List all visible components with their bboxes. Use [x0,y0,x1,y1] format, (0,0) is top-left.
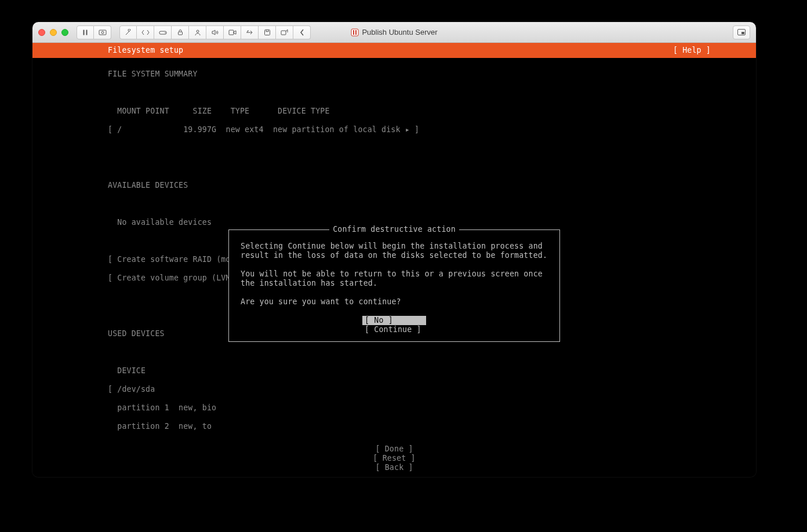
continue-button[interactable]: [ Continue ] [362,325,426,334]
table-row[interactable]: [ / 19.997G new ext4 new partition of lo… [108,125,756,134]
window-controls [38,29,68,36]
svg-rect-9 [264,30,270,35]
help-button[interactable]: [ Help ] [673,46,711,55]
disk-icon[interactable] [154,25,172,39]
svg-point-3 [101,31,104,34]
close-icon[interactable] [38,29,45,36]
pip-icon[interactable] [733,25,750,39]
done-button[interactable]: [ Done ] [32,444,756,454]
svg-rect-13 [353,30,354,35]
parallels-icon [351,28,359,37]
video-icon[interactable] [224,25,241,39]
section-heading: AVAILABLE DEVICES [108,181,756,190]
window-title-text: Publish Ubuntu Server [362,28,437,37]
svg-rect-1 [86,30,88,35]
svg-rect-10 [266,30,268,31]
dialog-para2: You will not be able to return to this o… [241,269,547,287]
svg-rect-6 [178,32,182,35]
reset-button[interactable]: [ Reset ] [32,454,756,463]
usb-icon[interactable] [241,25,259,39]
wrench-icon[interactable] [119,25,137,39]
svg-rect-12 [351,29,358,36]
device-row[interactable]: [ /dev/sda [108,385,756,394]
svg-rect-8 [229,30,234,35]
svg-rect-16 [741,32,744,34]
footer-buttons: [ Done ] [ Reset ] [ Back ] [32,444,756,472]
partition-row: partition 2 new, to [108,422,756,431]
save-icon[interactable] [259,25,276,39]
pause-button[interactable] [77,25,94,39]
sound-icon[interactable] [206,25,224,39]
dialog-para3: Are you sure you want to continue? [241,297,401,306]
zoom-icon[interactable] [61,29,68,36]
lock-icon[interactable] [172,25,189,39]
terminal: Filesystem setup [ Help ] FILE SYSTEM SU… [32,43,756,477]
app-window: Publish Ubuntu Server Filesystem setup [… [32,22,756,477]
dialog-para1: Selecting Continue below will begin the … [241,242,547,260]
table-header: DEVICE [108,366,756,376]
minimize-icon[interactable] [50,29,57,36]
svg-rect-14 [355,30,357,35]
table-header: MOUNT POINT SIZE TYPE DEVICE TYPE [108,107,756,116]
dialog-body: Selecting Continue below will begin the … [229,230,559,307]
titlebar: Publish Ubuntu Server [32,22,756,43]
share-icon[interactable] [276,25,293,39]
chevron-left-icon[interactable] [293,25,311,39]
back-button[interactable]: [ Back ] [32,463,756,472]
svg-point-7 [197,30,199,32]
screenshot-button[interactable] [94,25,111,39]
installer-header: Filesystem setup [ Help ] [32,43,756,58]
confirm-dialog: Confirm destructive action Selecting Con… [228,229,560,342]
partition-row: partition 1 new, bio [108,403,756,413]
section-heading: FILE SYSTEM SUMMARY [108,70,756,79]
svg-point-5 [165,32,166,33]
svg-rect-11 [281,31,286,35]
svg-rect-2 [99,30,106,35]
user-icon[interactable] [189,25,206,39]
dialog-title: Confirm destructive action [229,225,559,234]
svg-rect-0 [83,30,85,35]
code-icon[interactable] [137,25,154,39]
no-button[interactable]: [ No ] [362,316,426,325]
page-title: Filesystem setup [108,46,183,55]
